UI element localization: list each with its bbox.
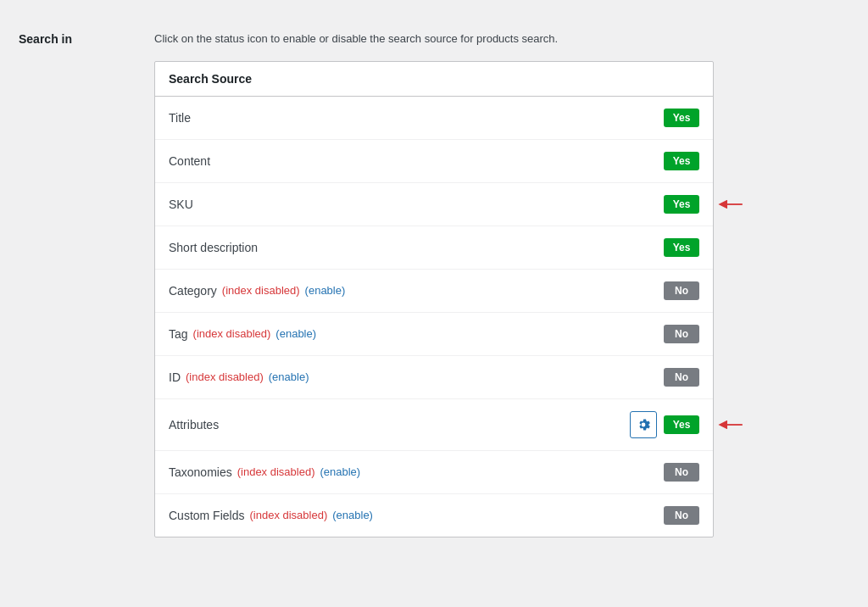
row-label-id: ID(index disabled)(enable) — [169, 370, 309, 384]
row-label-title: Title — [169, 111, 191, 125]
section-label-container: Search in — [19, 25, 154, 537]
table-row-content: ContentYes — [155, 140, 713, 183]
row-label-text-tag: Tag — [169, 327, 188, 341]
enable-link-custom-fields[interactable]: (enable) — [332, 509, 373, 521]
red-arrow-icon — [718, 196, 748, 213]
row-label-text-attributes: Attributes — [169, 418, 219, 432]
index-disabled-custom-fields: (index disabled) — [249, 509, 327, 521]
index-disabled-tag: (index disabled) — [193, 327, 271, 340]
row-right-title: Yes — [664, 109, 699, 127]
section-label: Search in — [19, 32, 154, 46]
row-label-text-short-description: Short description — [169, 241, 258, 254]
table-row-attributes: Attributes Yes — [155, 399, 713, 451]
status-badge-content[interactable]: Yes — [664, 152, 699, 170]
status-badge-attributes[interactable]: Yes — [664, 415, 699, 434]
table-row-id: ID(index disabled)(enable)No — [155, 356, 713, 399]
gear-icon — [637, 418, 650, 432]
description-text: Click on the status icon to enable or di… — [154, 25, 849, 47]
row-label-text-taxonomies: Taxonomies — [169, 465, 232, 479]
row-label-text-title: Title — [169, 111, 191, 125]
index-disabled-id: (index disabled) — [186, 370, 264, 383]
row-right-attributes: Yes — [630, 411, 699, 438]
enable-link-tag[interactable]: (enable) — [275, 327, 316, 340]
search-table: Search Source TitleYesContentYesSKUYes S… — [154, 61, 714, 537]
status-badge-custom-fields[interactable]: No — [664, 506, 699, 525]
enable-link-category[interactable]: (enable) — [305, 284, 346, 297]
status-badge-tag[interactable]: No — [664, 325, 699, 343]
enable-link-taxonomies[interactable]: (enable) — [320, 465, 360, 478]
row-right-short-description: Yes — [664, 238, 699, 257]
table-row-custom-fields: Custom Fields(index disabled)(enable)No — [155, 494, 713, 537]
table-header: Search Source — [155, 62, 713, 97]
status-badge-id[interactable]: No — [664, 368, 699, 387]
right-content: Click on the status icon to enable or di… — [154, 25, 849, 537]
status-badge-taxonomies[interactable]: No — [664, 463, 699, 482]
row-label-custom-fields: Custom Fields(index disabled)(enable) — [169, 509, 373, 522]
row-label-category: Category(index disabled)(enable) — [169, 284, 345, 298]
arrow-indicator — [718, 196, 748, 213]
status-badge-category[interactable]: No — [664, 281, 699, 300]
table-row-category: Category(index disabled)(enable)No — [155, 270, 713, 313]
row-label-tag: Tag(index disabled)(enable) — [169, 327, 316, 341]
row-label-sku: SKU — [169, 198, 193, 211]
row-label-taxonomies: Taxonomies(index disabled)(enable) — [169, 465, 360, 479]
row-label-text-sku: SKU — [169, 198, 193, 211]
row-right-content: Yes — [664, 152, 699, 170]
table-row-taxonomies: Taxonomies(index disabled)(enable)No — [155, 451, 713, 494]
status-badge-short-description[interactable]: Yes — [664, 238, 699, 257]
row-label-text-category: Category — [169, 284, 217, 298]
table-row-tag: Tag(index disabled)(enable)No — [155, 313, 713, 356]
arrow-indicator — [718, 416, 748, 433]
row-label-text-id: ID — [169, 370, 181, 384]
row-label-text-custom-fields: Custom Fields — [169, 509, 244, 522]
table-body: TitleYesContentYesSKUYes Short descripti… — [155, 97, 713, 537]
table-row-short-description: Short descriptionYes — [155, 226, 713, 270]
row-right-taxonomies: No — [664, 463, 699, 482]
row-label-content: Content — [169, 154, 210, 168]
page-container: Search in Click on the status icon to en… — [19, 25, 849, 537]
table-row-sku: SKUYes — [155, 183, 713, 226]
row-label-attributes: Attributes — [169, 418, 219, 432]
row-right-category: No — [664, 281, 699, 300]
row-label-short-description: Short description — [169, 241, 258, 254]
table-row-title: TitleYes — [155, 97, 713, 140]
row-right-id: No — [664, 368, 699, 387]
red-arrow-icon — [718, 416, 748, 433]
enable-link-id[interactable]: (enable) — [269, 370, 309, 383]
status-badge-title[interactable]: Yes — [664, 109, 699, 127]
row-right-sku: Yes — [664, 195, 699, 214]
row-right-custom-fields: No — [664, 506, 699, 525]
row-right-tag: No — [664, 325, 699, 343]
row-label-text-content: Content — [169, 154, 210, 168]
status-badge-sku[interactable]: Yes — [664, 195, 699, 214]
index-disabled-category: (index disabled) — [222, 284, 300, 297]
index-disabled-taxonomies: (index disabled) — [237, 465, 315, 478]
gear-button[interactable] — [630, 411, 657, 438]
